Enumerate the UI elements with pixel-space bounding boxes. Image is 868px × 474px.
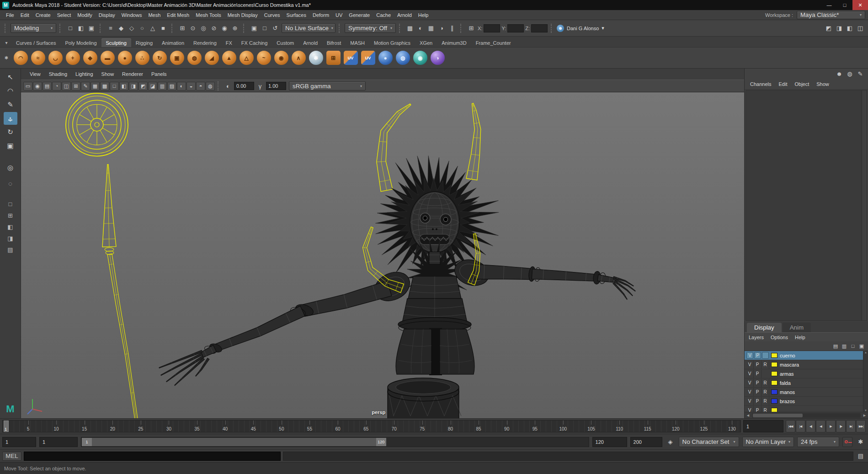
- safe-action-icon[interactable]: ◩: [138, 82, 148, 91]
- lasso-select-tool[interactable]: ◠: [4, 85, 17, 97]
- shelf-tab-animum3d[interactable]: Animum3D: [437, 38, 471, 47]
- amplify-tool-icon[interactable]: ∧: [290, 49, 307, 67]
- unfreeze-icon[interactable]: ⊞: [325, 49, 341, 67]
- paint-vertex-icon[interactable]: ◍: [394, 49, 411, 67]
- shelf-tab-rigging[interactable]: Rigging: [131, 38, 157, 47]
- play-forwards-button[interactable]: ▶: [826, 420, 836, 432]
- anim-layer-dropdown[interactable]: No Anim Layer ▾: [742, 437, 794, 447]
- select-mask-lines-icon[interactable]: △: [148, 23, 158, 33]
- uv-editor-icon[interactable]: UV: [342, 49, 359, 67]
- character-set-dropdown[interactable]: No Character Set ▾: [679, 437, 739, 447]
- knife-tool-icon[interactable]: △: [238, 49, 255, 67]
- layer-color-swatch[interactable]: [771, 362, 777, 367]
- layer-reference-toggle[interactable]: R: [761, 379, 769, 387]
- exposure-field[interactable]: [234, 82, 254, 90]
- pan-zoom-icon[interactable]: ⊞: [71, 82, 80, 91]
- view-axis-gizmo[interactable]: [26, 395, 47, 415]
- spray-tool-icon[interactable]: ∴: [134, 49, 150, 67]
- viewport-menu-view[interactable]: View: [26, 70, 45, 78]
- z-input[interactable]: [531, 24, 548, 32]
- construction-history-icon[interactable]: ↺: [270, 23, 280, 33]
- layer-row-mascara[interactable]: VPRmascara: [745, 360, 868, 369]
- menu-edit-mesh[interactable]: Edit Mesh: [164, 11, 192, 19]
- layout-four-pane[interactable]: ⊞: [4, 210, 17, 221]
- freeze-selection-icon[interactable]: ✻: [308, 49, 324, 67]
- exposure-icon[interactable]: ◐: [223, 81, 233, 91]
- layer-list-hscrollbar[interactable]: ◀ ▶: [745, 412, 868, 418]
- use-all-lights-icon[interactable]: ◒: [186, 82, 196, 91]
- rotate-tool[interactable]: ↻: [4, 126, 17, 138]
- shelf-tab-bifrost[interactable]: Bifrost: [322, 38, 346, 47]
- layer-color-swatch[interactable]: [771, 389, 777, 394]
- layer-row-brazos[interactable]: VPRbrazos: [745, 397, 868, 406]
- command-language-toggle[interactable]: MEL: [2, 452, 21, 461]
- menu-curves[interactable]: Curves: [261, 11, 283, 19]
- layers-sort-icon[interactable]: ▥: [840, 342, 848, 350]
- gate-mask-icon[interactable]: ◧: [119, 82, 128, 91]
- select-mask-points-icon[interactable]: ○: [137, 23, 147, 33]
- layer-color-swatch[interactable]: [771, 353, 777, 358]
- save-scene-icon[interactable]: ▣: [86, 23, 96, 33]
- menu-surfaces[interactable]: Surfaces: [283, 11, 309, 19]
- play-backwards-button[interactable]: ◀: [816, 420, 825, 432]
- range-slider[interactable]: 1 120: [81, 437, 589, 447]
- select-by-hierarchy-icon[interactable]: ≡: [106, 23, 116, 33]
- select-camera-icon[interactable]: ▭: [23, 82, 32, 91]
- shelf-tab-animation[interactable]: Animation: [157, 38, 189, 47]
- bulge-tool-icon[interactable]: ◉: [273, 49, 289, 67]
- scrollbar-thumb[interactable]: [753, 414, 803, 417]
- textured-mode-icon[interactable]: ◐: [177, 82, 186, 91]
- fill-tool-icon[interactable]: ▲: [221, 49, 237, 67]
- snap-align-icon[interactable]: ⊕: [230, 23, 240, 33]
- menu-edit[interactable]: Edit: [17, 11, 32, 19]
- menu-mesh-tools[interactable]: Mesh Tools: [192, 11, 224, 19]
- shelf-tab-fx-caching[interactable]: FX Caching: [237, 38, 272, 47]
- shelf-tab-sculpting[interactable]: Sculpting: [101, 38, 131, 47]
- gamma-field[interactable]: [266, 82, 286, 90]
- layer-color-swatch[interactable]: [771, 380, 777, 385]
- playback-range-bar[interactable]: 1 120: [82, 438, 386, 446]
- range-end-handle[interactable]: 120: [376, 438, 386, 446]
- menu-select[interactable]: Select: [54, 11, 75, 19]
- layer-visibility-toggle[interactable]: V: [746, 370, 754, 378]
- shelf-menu-icon[interactable]: ▾: [1, 38, 11, 47]
- repeat-tool-icon[interactable]: ↻: [151, 49, 168, 67]
- imprint-tool-icon[interactable]: ▣: [169, 49, 185, 67]
- viewport-menu-panels[interactable]: Panels: [147, 70, 171, 78]
- layer-editor-menu-help[interactable]: Help: [795, 335, 805, 340]
- color-space-dropdown[interactable]: sRGB gamma ▾: [289, 81, 366, 91]
- animation-preferences-icon[interactable]: ✱: [856, 437, 866, 447]
- divider-grip[interactable]: [59, 24, 62, 33]
- render-view-icon[interactable]: ◑: [437, 23, 447, 33]
- sculpt-layer-icon[interactable]: ●: [377, 49, 394, 67]
- layers-normal-mode-icon[interactable]: ▤: [831, 342, 840, 350]
- layer-row-manos[interactable]: VPRmanos: [745, 388, 868, 397]
- lock-camera-icon[interactable]: ◉: [33, 82, 42, 91]
- toggle-tool-settings-icon[interactable]: ◧: [845, 23, 855, 33]
- divider-grip[interactable]: [218, 81, 220, 91]
- menu-help[interactable]: Help: [415, 11, 432, 19]
- xray-icon[interactable]: ◍: [206, 82, 215, 91]
- snap-to-point-icon[interactable]: ◎: [198, 23, 208, 33]
- safe-title-icon[interactable]: ◪: [148, 82, 157, 91]
- notes-icon[interactable]: ✎: [855, 69, 865, 79]
- toggle-attribute-editor-icon[interactable]: ◨: [834, 23, 844, 33]
- divider-grip[interactable]: [460, 24, 463, 33]
- pause-viewport-icon[interactable]: ∥: [447, 23, 457, 33]
- layer-editor-menu-options[interactable]: Options: [771, 335, 788, 340]
- paint-select-tool[interactable]: ✎: [4, 98, 17, 111]
- snap-to-grid-icon[interactable]: ⊞: [177, 23, 187, 33]
- layer-color-swatch[interactable]: [771, 371, 777, 376]
- bookmarks-icon[interactable]: ◔: [52, 82, 61, 91]
- menu-modify[interactable]: Modify: [74, 11, 95, 19]
- menu-windows[interactable]: Windows: [118, 11, 145, 19]
- gamma-icon[interactable]: γ: [255, 81, 265, 91]
- image-plane-icon[interactable]: ◫: [62, 82, 71, 91]
- character-editor-icon[interactable]: ☻: [834, 69, 844, 79]
- divider-grip[interactable]: [100, 24, 102, 33]
- menu-deform[interactable]: Deform: [309, 11, 332, 19]
- menu-uv[interactable]: UV: [332, 11, 346, 19]
- snap-to-curve-icon[interactable]: ⊙: [188, 23, 198, 33]
- toggle-modeling-toolkit-icon[interactable]: ◩: [824, 23, 834, 33]
- shelf-options-gear-icon[interactable]: ✱: [1, 53, 11, 63]
